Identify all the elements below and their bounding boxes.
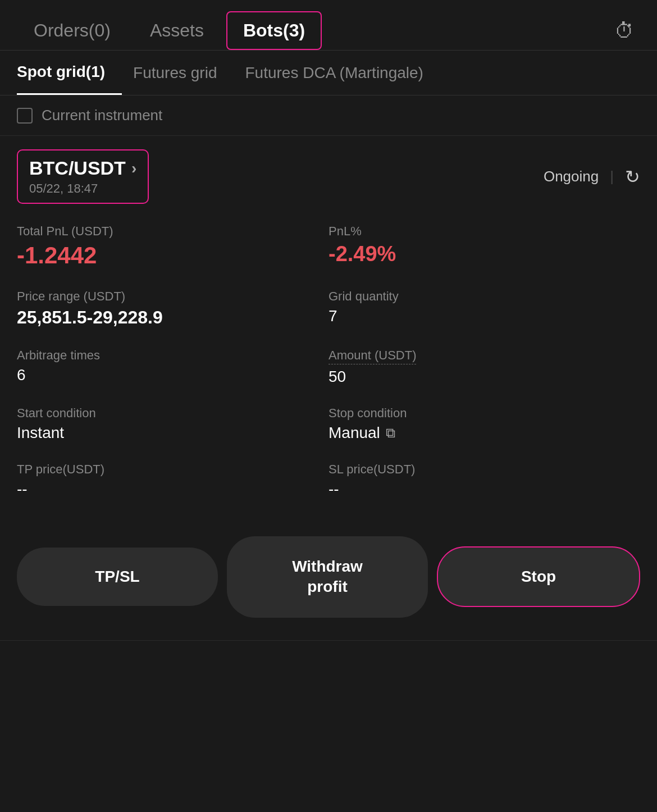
history-icon[interactable]: ⏱ xyxy=(609,13,640,48)
sl-price-value: -- xyxy=(328,480,640,498)
stats-grid: Total PnL (USDT) -1.2442 PnL% -2.49% Pri… xyxy=(0,214,657,508)
stat-price-range: Price range (USDT) 25,851.5-29,228.9 xyxy=(17,279,328,338)
withdraw-profit-button[interactable]: Withdraw profit xyxy=(227,536,428,618)
withdraw-line2: profit xyxy=(307,578,348,595)
status-badge: Ongoing xyxy=(544,168,599,185)
grid-qty-value: 7 xyxy=(328,307,640,325)
total-pnl-value: -1.2442 xyxy=(17,242,328,269)
pair-chevron-icon: › xyxy=(131,159,136,177)
stat-grid-qty: Grid quantity 7 xyxy=(328,279,640,338)
pnl-pct-value: -2.49% xyxy=(328,242,640,266)
stop-condition-value: Manual ⧉ xyxy=(328,424,640,442)
bottom-buttons: TP/SL Withdraw profit Stop xyxy=(0,519,657,640)
withdraw-line1: Withdraw xyxy=(292,558,363,575)
card-header: BTC/USDT › 05/22, 18:47 Ongoing | ↻ xyxy=(0,136,657,214)
pair-box[interactable]: BTC/USDT › 05/22, 18:47 xyxy=(17,149,149,204)
filter-row: Current instrument xyxy=(0,95,657,136)
tab-futures-dca[interactable]: Futures DCA (Martingale) xyxy=(245,52,440,94)
grid-qty-label: Grid quantity xyxy=(328,289,640,304)
stat-pnl-pct: PnL% -2.49% xyxy=(328,214,640,279)
start-condition-label: Start condition xyxy=(17,406,328,421)
top-tab-bar: Orders(0) Assets Bots(3) ⏱ xyxy=(0,0,657,51)
stat-arb-times: Arbitrage times 6 xyxy=(17,338,328,396)
amount-value: 50 xyxy=(328,368,640,386)
tpsl-button[interactable]: TP/SL xyxy=(17,548,218,606)
filter-label: Current instrument xyxy=(42,107,162,124)
stop-condition-label: Stop condition xyxy=(328,406,640,421)
tp-price-label: TP price(USDT) xyxy=(17,462,328,477)
tab-spot-grid[interactable]: Spot grid(1) xyxy=(17,51,122,95)
tab-orders[interactable]: Orders(0) xyxy=(17,11,127,50)
price-range-value: 25,851.5-29,228.9 xyxy=(17,307,328,328)
arb-times-value: 6 xyxy=(17,366,328,384)
bot-card: BTC/USDT › 05/22, 18:47 Ongoing | ↻ Tota… xyxy=(0,136,657,641)
stat-stop-condition: Stop condition Manual ⧉ xyxy=(328,396,640,452)
stat-total-pnl: Total PnL (USDT) -1.2442 xyxy=(17,214,328,279)
stat-start-condition: Start condition Instant xyxy=(17,396,328,452)
stat-sl-price: SL price(USDT) -- xyxy=(328,452,640,508)
tab-futures-grid[interactable]: Futures grid xyxy=(133,52,234,94)
price-range-label: Price range (USDT) xyxy=(17,289,328,304)
card-header-right: Ongoing | ↻ xyxy=(544,166,640,188)
pair-date: 05/22, 18:47 xyxy=(29,181,136,196)
tp-price-value: -- xyxy=(17,480,328,498)
amount-label: Amount (USDT) xyxy=(328,348,416,364)
tab-assets[interactable]: Assets xyxy=(133,11,221,50)
stat-amount: Amount (USDT) 50 xyxy=(328,338,640,396)
edit-icon[interactable]: ⧉ xyxy=(386,425,395,441)
sub-tab-bar: Spot grid(1) Futures grid Futures DCA (M… xyxy=(0,51,657,95)
stat-tp-price: TP price(USDT) -- xyxy=(17,452,328,508)
pnl-pct-label: PnL% xyxy=(328,224,640,239)
total-pnl-label: Total PnL (USDT) xyxy=(17,224,328,239)
stop-button[interactable]: Stop xyxy=(437,546,640,607)
pair-name: BTC/USDT › xyxy=(29,157,136,179)
divider: | xyxy=(610,168,614,185)
sl-price-label: SL price(USDT) xyxy=(328,462,640,477)
arb-times-label: Arbitrage times xyxy=(17,348,328,363)
tab-bots[interactable]: Bots(3) xyxy=(226,11,322,50)
refresh-icon[interactable]: ↻ xyxy=(625,166,640,188)
start-condition-value: Instant xyxy=(17,424,328,442)
current-instrument-checkbox[interactable] xyxy=(17,108,33,124)
